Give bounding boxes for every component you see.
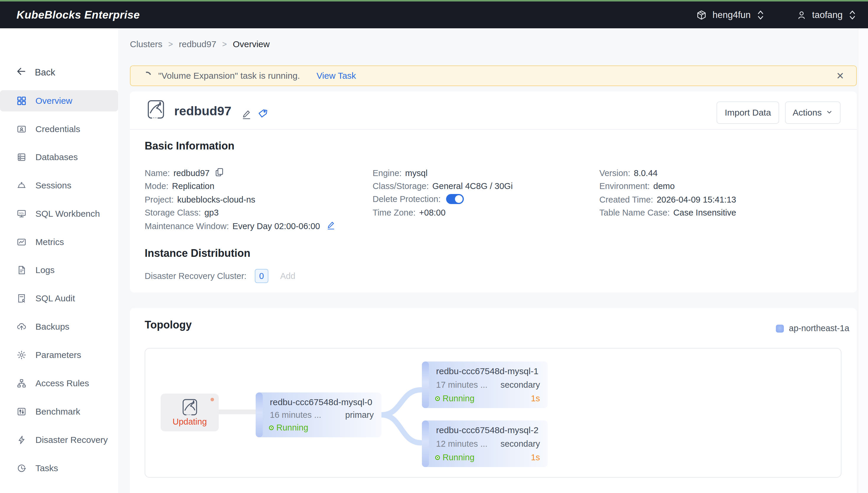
sidebar-item-sql-workbench[interactable]: SQL SQL Workbench xyxy=(0,203,118,224)
header-right: heng4fun taofang xyxy=(697,10,868,20)
breadcrumb: Clusters > redbud97 > Overview xyxy=(130,38,269,51)
import-data-label: Import Data xyxy=(725,108,771,117)
topology-canvas[interactable]: Updating redbu-ccc67548d-mysql-0 16 minu… xyxy=(145,348,842,478)
banner-close-icon[interactable]: × xyxy=(836,70,844,82)
chart-icon xyxy=(16,236,27,248)
info-row-version: Version: 8.0.44 xyxy=(599,167,658,179)
sidebar-item-logs[interactable]: Logs xyxy=(0,259,118,281)
info-row-created-time: Created Time: 2026-04-09 15:41:13 xyxy=(599,193,736,206)
sidebar-item-parameters[interactable]: Parameters xyxy=(0,344,118,366)
actions-button[interactable]: Actions xyxy=(785,102,841,124)
info-label: Delete Protection: xyxy=(372,194,441,204)
instance-status: Running xyxy=(276,423,308,432)
breadcrumb-separator: > xyxy=(222,40,227,49)
instance-age: 16 minutes ... xyxy=(270,410,321,420)
info-label: Project: xyxy=(145,195,174,205)
user-name: taofang xyxy=(812,10,843,20)
user-icon xyxy=(797,10,806,20)
component-node-mysql[interactable]: Updating xyxy=(161,394,219,431)
loading-spinner-icon xyxy=(141,70,153,81)
breadcrumb-clusters[interactable]: Clusters xyxy=(130,39,162,49)
sidebar-item-sessions[interactable]: Sessions xyxy=(0,175,118,196)
tag-icon[interactable] xyxy=(258,108,268,120)
dr-cluster-label: Disaster Recovery Cluster: xyxy=(145,271,246,281)
top-bar: KubeBlocks Enterprise heng4fun taofang xyxy=(0,1,868,28)
sliders-icon xyxy=(16,406,27,417)
running-dot xyxy=(436,397,439,400)
info-label: Mode: xyxy=(145,181,168,191)
info-label: Engine: xyxy=(372,168,402,178)
info-value: +08:00 xyxy=(419,208,446,218)
grid-icon xyxy=(16,95,27,106)
sidebar-item-label: Overview xyxy=(36,96,72,106)
info-value: demo xyxy=(653,181,675,191)
sidebar: Back Overview Credentials Databases Sess xyxy=(0,28,118,493)
basic-information-title: Basic Information xyxy=(145,140,235,152)
sidebar-item-metrics[interactable]: Metrics xyxy=(0,232,118,253)
arrow-left-icon xyxy=(16,66,26,79)
sidebar-item-sql-audit[interactable]: SQL Audit xyxy=(0,288,118,309)
instance-age: 17 minutes ... xyxy=(436,380,487,390)
scrollbar-track[interactable] xyxy=(858,28,868,493)
info-row-time-zone: Time Zone: +08:00 xyxy=(372,207,445,219)
info-value: 8.0.44 xyxy=(634,168,658,178)
task-banner: "Volume Expansion" task is running. View… xyxy=(130,65,857,86)
dr-cluster-count[interactable]: 0 xyxy=(255,269,268,283)
banner-message: "Volume Expansion" task is running. xyxy=(158,71,300,81)
sidebar-item-databases[interactable]: Databases xyxy=(0,147,118,168)
sidebar-item-disaster-recovery[interactable]: Disaster Recovery xyxy=(0,429,118,451)
edit-name-icon[interactable] xyxy=(242,109,251,121)
user-menu[interactable]: taofang xyxy=(797,10,856,20)
info-label: Maintenance Window: xyxy=(145,221,229,231)
info-label: Time Zone: xyxy=(372,208,416,218)
info-value: mysql xyxy=(405,168,427,178)
info-value: General 4C8G / 30Gi xyxy=(432,181,512,191)
document-icon xyxy=(16,264,27,276)
instance-node-secondary-2[interactable]: redbu-ccc67548d-mysql-2 12 minutes ... s… xyxy=(422,421,548,467)
topology-title: Topology xyxy=(145,319,191,331)
sidebar-item-label: Credentials xyxy=(36,124,80,134)
lightning-icon xyxy=(16,434,27,446)
sidebar-item-label: Backups xyxy=(36,322,69,332)
component-status-dot xyxy=(210,398,214,401)
org-selector[interactable]: heng4fun xyxy=(697,10,764,20)
sidebar-item-label: Disaster Recovery xyxy=(36,435,108,445)
info-label: Table Name Case: xyxy=(599,208,670,218)
info-row-maintenance-window: Maintenance Window: Every Day 02:00-06:0… xyxy=(145,220,336,232)
breadcrumb-cluster-name[interactable]: redbud97 xyxy=(179,39,217,49)
sidebar-item-label: SQL Workbench xyxy=(36,209,100,219)
sidebar-item-access-rules[interactable]: Access Rules xyxy=(0,373,118,394)
sidebar-item-overview[interactable]: Overview xyxy=(0,90,118,111)
info-value: Replication xyxy=(172,181,214,191)
alarm-bell-icon xyxy=(16,180,27,191)
instance-node-secondary-1[interactable]: redbu-ccc67548d-mysql-1 17 minutes ... s… xyxy=(422,362,548,408)
import-data-button[interactable]: Import Data xyxy=(716,102,779,124)
topology-card: Topology ap-northeast-1a Updating xyxy=(130,308,857,493)
instance-age: 12 minutes ... xyxy=(436,439,487,449)
copy-icon[interactable] xyxy=(215,168,224,179)
add-dr-cluster-link[interactable]: Add xyxy=(280,271,296,281)
info-label: Name: xyxy=(145,168,170,178)
sql-monitor-icon: SQL xyxy=(16,208,27,219)
instance-node-primary[interactable]: redbu-ccc67548d-mysql-0 16 minutes ... p… xyxy=(256,392,381,437)
delete-protection-toggle[interactable] xyxy=(446,194,464,204)
sidebar-item-credentials[interactable]: Credentials xyxy=(0,119,118,140)
cluster-overview-card: redbud97 Import Data Actions Basic Infor… xyxy=(130,91,857,293)
audit-doc-icon xyxy=(16,293,27,304)
sidebar-item-tasks[interactable]: Tasks xyxy=(0,458,118,479)
info-label: Environment: xyxy=(599,181,650,191)
org-tree-icon xyxy=(16,378,27,389)
org-cube-icon xyxy=(697,10,707,20)
sidebar-item-benchmark[interactable]: Benchmark xyxy=(0,401,118,422)
actions-label: Actions xyxy=(793,108,822,117)
info-row-table-name-case: Table Name Case: Case Insensitive xyxy=(599,207,736,219)
back-button[interactable]: Back xyxy=(0,63,118,82)
edit-maintenance-icon[interactable] xyxy=(326,220,336,232)
view-task-link[interactable]: View Task xyxy=(317,71,356,81)
info-row-mode: Mode: Replication xyxy=(145,180,214,192)
info-value: Case Insensitive xyxy=(673,208,736,218)
sidebar-item-backups[interactable]: Backups xyxy=(0,316,118,337)
divider xyxy=(130,129,857,130)
instance-name: redbu-ccc67548d-mysql-0 xyxy=(270,397,374,407)
instance-name: redbu-ccc67548d-mysql-1 xyxy=(436,366,540,376)
